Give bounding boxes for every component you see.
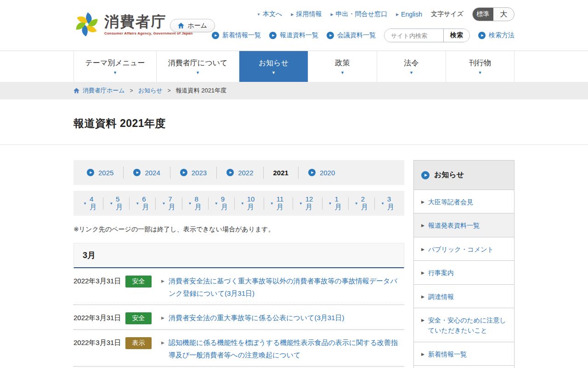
month-label: 1月 (335, 195, 342, 212)
month-tab-april[interactable]: ▼4月 (77, 197, 103, 210)
nav-label: 消費者庁について (168, 58, 228, 68)
news-row: 2022年3月31日 安全 ▶ 消費者安全法の重大事故等に係る公表について(3月… (74, 305, 404, 330)
caret-down-icon: ▼ (136, 201, 139, 206)
caret-down-icon: ▼ (188, 201, 192, 206)
sidebar-heading: ▶ お知らせ (414, 161, 514, 190)
font-size-toggle: 標準 大 (472, 7, 514, 21)
month-label: 5月 (116, 195, 123, 212)
search-help-link[interactable]: ▶ 検索方法 (478, 31, 514, 40)
caret-down-icon: ▼ (162, 201, 165, 206)
month-tab-january[interactable]: ▼1月 (322, 197, 349, 210)
caret-down-icon: ▼ (381, 201, 384, 206)
sidebar-item-safety-caution[interactable]: ▶ 安全・安心のために注意していただきたいこと (414, 308, 514, 342)
news-link[interactable]: 認知機能に係る機能性を標ぼうする機能性表示食品の表示に関する改善指導及び一般消費… (169, 336, 404, 361)
to-content-label: 本文へ (263, 10, 282, 18)
site-search: 検索 (384, 29, 470, 42)
sidebar-item-events[interactable]: ▶ 行事案内 (414, 260, 514, 284)
meeting-list-label: 会議資料一覧 (337, 31, 376, 40)
sidebar-item-label: 新着情報一覧 (428, 349, 467, 359)
breadcrumb-home-link[interactable]: 消費者庁ホーム (74, 86, 125, 95)
year-tab-2021-current: 2021 (264, 167, 299, 179)
circle-arrow-icon: ▶ (478, 32, 486, 39)
year-tab-2020[interactable]: ▶ 2020 (299, 167, 345, 179)
caret-right-icon: ▶ (291, 12, 294, 17)
circle-arrow-icon: ▶ (133, 169, 141, 176)
search-input[interactable] (384, 29, 443, 42)
caret-down-icon: ▼ (328, 201, 332, 206)
new-info-list-link[interactable]: ▶ 新着情報一覧 (212, 31, 261, 40)
sidebar-item-public-comment[interactable]: ▶ パブリック・コメント (414, 237, 514, 260)
caret-right-icon: ▶ (421, 292, 424, 302)
sidebar-item-new-info-list[interactable]: ▶ 新着情報一覧 (414, 342, 514, 365)
month-label: 2月 (361, 195, 368, 212)
circle-arrow-icon: ▶ (180, 169, 187, 176)
font-size-large-button[interactable]: 大 (493, 8, 514, 21)
caret-down-icon: ▼ (215, 201, 218, 206)
month-label: 3月 (387, 195, 395, 212)
home-icon (74, 88, 79, 93)
caret-down-icon: ▼ (113, 70, 117, 75)
news-link[interactable]: 消費者安全法の重大事故等に係る公表について(3月31日) (169, 311, 404, 324)
page-title: 報道資料 2021年度 (74, 116, 588, 131)
month-tab-may[interactable]: ▼5月 (103, 197, 130, 210)
news-row: 2022年3月31日 表示 ▶ 認知機能に係る機能性を標ぼうする機能性表示食品の… (74, 330, 404, 367)
news-link[interactable]: 消費者安全法に基づく重大事故等以外の消費者事故等の事故情報データバンク登録につい… (169, 275, 404, 299)
sidebar-item-label: 大臣等記者会見 (428, 197, 473, 207)
month-tab-june[interactable]: ▼6月 (130, 197, 156, 210)
caret-right-icon: ▶ (396, 12, 399, 17)
circle-arrow-icon: ▶ (226, 169, 234, 176)
month-tab-september[interactable]: ▼9月 (209, 197, 235, 210)
nav-publications[interactable]: 刊行物 ▼ (446, 51, 514, 82)
month-tab-december[interactable]: ▼12月 (293, 197, 322, 210)
nav-theme-menu[interactable]: テーマ別メニュー ▼ (74, 51, 156, 82)
year-tab-2023[interactable]: ▶ 2023 (170, 167, 217, 179)
nav-policy[interactable]: 政策 ▼ (308, 51, 377, 82)
month-tabs: ▼4月 ▼5月 ▼6月 ▼7月 ▼8月 ▼9月 ▼10月 ▼11月 ▼12月 ▼… (74, 191, 404, 216)
home-button-label: ホーム (187, 22, 207, 30)
sidebar-item-procurement[interactable]: ▶ 調達情報 (414, 284, 514, 308)
sidebar-item-press-conference[interactable]: ▶ 大臣等記者会見 (414, 190, 514, 213)
month-label: 4月 (90, 195, 97, 212)
site-header: 消費者庁 Consumer Affairs Agency, Government… (0, 0, 588, 51)
caret-right-icon: ▶ (421, 244, 424, 254)
home-button[interactable]: ホーム (170, 19, 215, 32)
news-date: 2022年3月31日 (74, 275, 125, 299)
caret-down-icon: ▼ (409, 70, 413, 75)
search-button[interactable]: 検索 (443, 29, 469, 42)
month-tab-august[interactable]: ▼8月 (182, 197, 209, 210)
breadcrumb-separator: > (130, 87, 133, 94)
sidebar-item-press-release-list[interactable]: ▶ 報道発表資料一覧 (414, 213, 514, 236)
month-tab-october[interactable]: ▼10月 (235, 197, 264, 210)
circle-arrow-icon: ▶ (308, 169, 316, 176)
font-size-standard-button[interactable]: 標準 (473, 8, 493, 21)
news-date: 2022年3月31日 (74, 311, 125, 324)
nav-news[interactable]: お知らせ ▼ (239, 51, 308, 82)
month-tab-march[interactable]: ▼3月 (375, 197, 401, 210)
caret-right-icon: ▶ (161, 275, 164, 299)
press-list-link[interactable]: ▶ 報道資料一覧 (269, 31, 318, 40)
sidebar-item-meeting-list[interactable]: ▶ 会議資料一覧 (414, 365, 514, 368)
page-title-section: 報道資料 2021年度 (0, 99, 588, 145)
year-label: 2025 (98, 169, 113, 177)
year-tab-2025[interactable]: ▶ 2025 (77, 167, 124, 179)
month-tab-november[interactable]: ▼11月 (264, 197, 293, 210)
year-tab-2024[interactable]: ▶ 2024 (124, 167, 170, 179)
caret-right-icon: ▶ (421, 220, 424, 230)
recruit-link[interactable]: ▶ 採用情報 (291, 10, 322, 18)
month-tab-february[interactable]: ▼2月 (349, 197, 375, 210)
to-content-link[interactable]: ▼ 本文へ (257, 10, 282, 18)
month-tab-july[interactable]: ▼7月 (156, 197, 182, 210)
news-sidebar: ▶ お知らせ ▶ 大臣等記者会見 ▶ 報道発表資料一覧 ▶ パブリック・コメント… (413, 160, 514, 368)
contact-link[interactable]: ▶ 申出・問合せ窓口 (330, 10, 387, 18)
caret-right-icon: ▶ (161, 311, 164, 324)
breadcrumb-section-link[interactable]: お知らせ (138, 86, 163, 95)
news-list: 2022年3月31日 安全 ▶ 消費者安全法に基づく重大事故等以外の消費者事故等… (74, 268, 404, 368)
home-icon (178, 23, 184, 29)
nav-laws[interactable]: 法令 ▼ (377, 51, 446, 82)
meeting-list-link[interactable]: ▶ 会議資料一覧 (327, 31, 376, 40)
nav-about-agency[interactable]: 消費者庁について ▼ (156, 51, 239, 82)
year-tab-2022[interactable]: ▶ 2022 (217, 167, 263, 179)
utility-nav: ▼ 本文へ ▶ 採用情報 ▶ 申出・問合せ窓口 ▶ English 文字サイズ … (257, 7, 514, 21)
breadcrumb-home-label: 消費者庁ホーム (83, 86, 125, 95)
english-link[interactable]: ▶ English (396, 11, 422, 18)
